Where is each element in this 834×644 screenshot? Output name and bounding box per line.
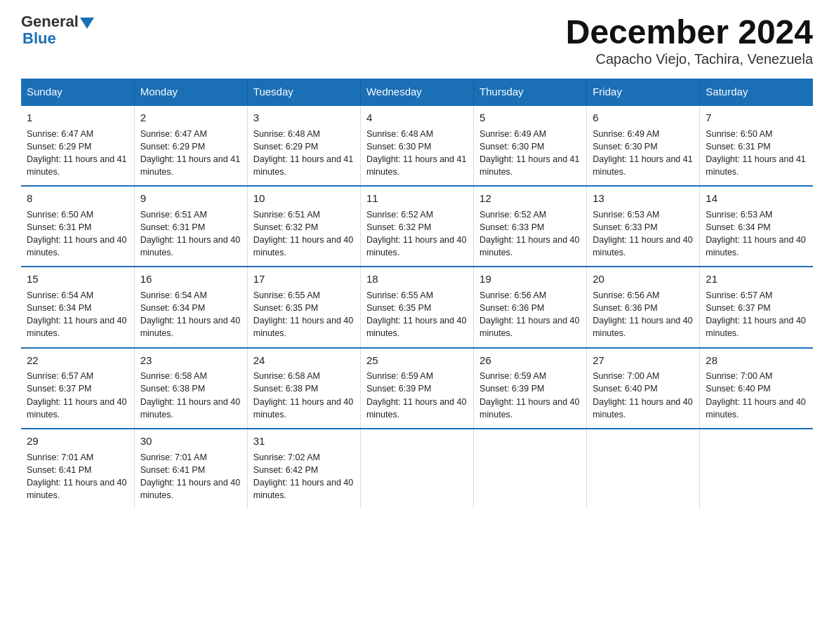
day-info: Sunrise: 6:53 AMSunset: 6:34 PMDaylight:… [706,208,807,260]
day-info: Sunrise: 6:55 AMSunset: 6:35 PMDaylight:… [253,289,355,340]
day-info: Sunrise: 7:00 AMSunset: 6:40 PMDaylight:… [593,370,694,421]
day-number: 28 [706,353,807,368]
day-number: 2 [140,110,241,126]
day-header-sunday: Sunday [21,79,134,105]
calendar-day-cell: 20Sunrise: 6:56 AMSunset: 6:36 PMDayligh… [587,267,700,347]
calendar-week-row: 15Sunrise: 6:54 AMSunset: 6:34 PMDayligh… [21,267,813,347]
day-header-saturday: Saturday [700,79,813,105]
day-number: 31 [253,434,355,449]
calendar-day-cell: 12Sunrise: 6:52 AMSunset: 6:33 PMDayligh… [474,186,587,267]
day-number: 29 [27,434,128,449]
day-info: Sunrise: 6:50 AMSunset: 6:31 PMDaylight:… [27,208,128,260]
day-info: Sunrise: 7:00 AMSunset: 6:40 PMDaylight:… [706,370,807,421]
day-info: Sunrise: 6:47 AMSunset: 6:29 PMDaylight:… [140,128,241,179]
day-info: Sunrise: 7:01 AMSunset: 6:41 PMDaylight:… [27,451,128,502]
day-number: 11 [366,191,468,206]
day-info: Sunrise: 6:59 AMSunset: 6:39 PMDaylight:… [366,370,468,421]
day-number: 9 [140,191,241,206]
calendar-title: December 2024 [566,14,813,51]
calendar-day-cell: 8Sunrise: 6:50 AMSunset: 6:31 PMDaylight… [21,186,134,267]
day-number: 8 [27,191,128,206]
day-number: 30 [140,434,241,449]
page-header: General Blue December 2024 Capacho Viejo… [21,14,813,67]
calendar-day-cell: 3Sunrise: 6:48 AMSunset: 6:29 PMDaylight… [247,105,360,186]
day-info: Sunrise: 6:57 AMSunset: 6:37 PMDaylight:… [706,289,807,340]
day-number: 22 [27,353,128,368]
day-number: 23 [140,353,241,368]
calendar-day-cell: 14Sunrise: 6:53 AMSunset: 6:34 PMDayligh… [700,186,813,267]
calendar-day-cell: 4Sunrise: 6:48 AMSunset: 6:30 PMDaylight… [360,105,473,186]
day-number: 6 [593,110,694,126]
day-info: Sunrise: 6:54 AMSunset: 6:34 PMDaylight:… [27,289,128,340]
day-info: Sunrise: 6:49 AMSunset: 6:30 PMDaylight:… [479,128,581,179]
calendar-day-cell: 11Sunrise: 6:52 AMSunset: 6:32 PMDayligh… [360,186,473,267]
day-info: Sunrise: 6:48 AMSunset: 6:29 PMDaylight:… [253,128,355,179]
day-header-monday: Monday [134,79,247,105]
calendar-week-row: 8Sunrise: 6:50 AMSunset: 6:31 PMDaylight… [21,186,813,267]
calendar-day-cell: 26Sunrise: 6:59 AMSunset: 6:39 PMDayligh… [474,348,587,429]
calendar-day-cell [360,429,473,509]
calendar-day-cell: 7Sunrise: 6:50 AMSunset: 6:31 PMDaylight… [700,105,813,186]
calendar-header: SundayMondayTuesdayWednesdayThursdayFrid… [21,79,813,105]
day-number: 4 [366,110,468,126]
day-number: 12 [479,191,581,206]
calendar-day-cell: 5Sunrise: 6:49 AMSunset: 6:30 PMDaylight… [474,105,587,186]
calendar-day-cell: 22Sunrise: 6:57 AMSunset: 6:37 PMDayligh… [21,348,134,429]
day-info: Sunrise: 6:55 AMSunset: 6:35 PMDaylight:… [366,289,468,340]
day-number: 7 [706,110,807,126]
day-header-wednesday: Wednesday [360,79,473,105]
calendar-day-cell: 28Sunrise: 7:00 AMSunset: 6:40 PMDayligh… [700,348,813,429]
title-block: December 2024 Capacho Viejo, Tachira, Ve… [566,14,813,67]
calendar-week-row: 1Sunrise: 6:47 AMSunset: 6:29 PMDaylight… [21,105,813,186]
day-info: Sunrise: 6:58 AMSunset: 6:38 PMDaylight:… [140,370,241,421]
calendar-day-cell: 9Sunrise: 6:51 AMSunset: 6:31 PMDaylight… [134,186,247,267]
day-number: 15 [27,271,128,287]
calendar-day-cell: 27Sunrise: 7:00 AMSunset: 6:40 PMDayligh… [587,348,700,429]
calendar-day-cell: 24Sunrise: 6:58 AMSunset: 6:38 PMDayligh… [247,348,360,429]
logo: General Blue [21,14,94,48]
calendar-day-cell: 1Sunrise: 6:47 AMSunset: 6:29 PMDaylight… [21,105,134,186]
calendar-day-cell: 25Sunrise: 6:59 AMSunset: 6:39 PMDayligh… [360,348,473,429]
day-info: Sunrise: 6:52 AMSunset: 6:33 PMDaylight:… [479,208,581,260]
day-info: Sunrise: 7:02 AMSunset: 6:42 PMDaylight:… [253,451,355,502]
day-info: Sunrise: 6:51 AMSunset: 6:31 PMDaylight:… [140,208,241,260]
calendar-day-cell: 17Sunrise: 6:55 AMSunset: 6:35 PMDayligh… [247,267,360,347]
day-info: Sunrise: 6:54 AMSunset: 6:34 PMDaylight:… [140,289,241,340]
day-header-thursday: Thursday [474,79,587,105]
day-info: Sunrise: 6:50 AMSunset: 6:31 PMDaylight:… [706,128,807,179]
day-info: Sunrise: 6:58 AMSunset: 6:38 PMDaylight:… [253,370,355,421]
day-number: 10 [253,191,355,206]
calendar-day-cell: 31Sunrise: 7:02 AMSunset: 6:42 PMDayligh… [247,429,360,509]
calendar-day-cell: 13Sunrise: 6:53 AMSunset: 6:33 PMDayligh… [587,186,700,267]
day-header-friday: Friday [587,79,700,105]
day-info: Sunrise: 6:48 AMSunset: 6:30 PMDaylight:… [366,128,468,179]
day-header-row: SundayMondayTuesdayWednesdayThursdayFrid… [21,79,813,105]
calendar-week-row: 22Sunrise: 6:57 AMSunset: 6:37 PMDayligh… [21,348,813,429]
day-info: Sunrise: 6:51 AMSunset: 6:32 PMDaylight:… [253,208,355,260]
calendar-day-cell [587,429,700,509]
calendar-day-cell: 6Sunrise: 6:49 AMSunset: 6:30 PMDaylight… [587,105,700,186]
day-number: 16 [140,271,241,287]
day-number: 27 [593,353,694,368]
day-number: 25 [366,353,468,368]
day-number: 26 [479,353,581,368]
calendar-day-cell: 10Sunrise: 6:51 AMSunset: 6:32 PMDayligh… [247,186,360,267]
day-number: 19 [479,271,581,287]
day-info: Sunrise: 6:56 AMSunset: 6:36 PMDaylight:… [593,289,694,340]
logo-blue-text: Blue [22,29,56,48]
day-header-tuesday: Tuesday [247,79,360,105]
day-number: 13 [593,191,694,206]
logo-arrow-icon [80,18,94,29]
calendar-subtitle: Capacho Viejo, Tachira, Venezuela [566,51,813,67]
day-info: Sunrise: 6:47 AMSunset: 6:29 PMDaylight:… [27,128,128,179]
day-number: 14 [706,191,807,206]
day-info: Sunrise: 6:53 AMSunset: 6:33 PMDaylight:… [593,208,694,260]
day-number: 24 [253,353,355,368]
calendar-table: SundayMondayTuesdayWednesdayThursdayFrid… [21,79,813,509]
calendar-day-cell: 21Sunrise: 6:57 AMSunset: 6:37 PMDayligh… [700,267,813,347]
day-info: Sunrise: 6:52 AMSunset: 6:32 PMDaylight:… [366,208,468,260]
logo-general-text: General [21,14,79,29]
day-number: 1 [27,110,128,126]
day-info: Sunrise: 7:01 AMSunset: 6:41 PMDaylight:… [140,451,241,502]
calendar-day-cell: 29Sunrise: 7:01 AMSunset: 6:41 PMDayligh… [21,429,134,509]
